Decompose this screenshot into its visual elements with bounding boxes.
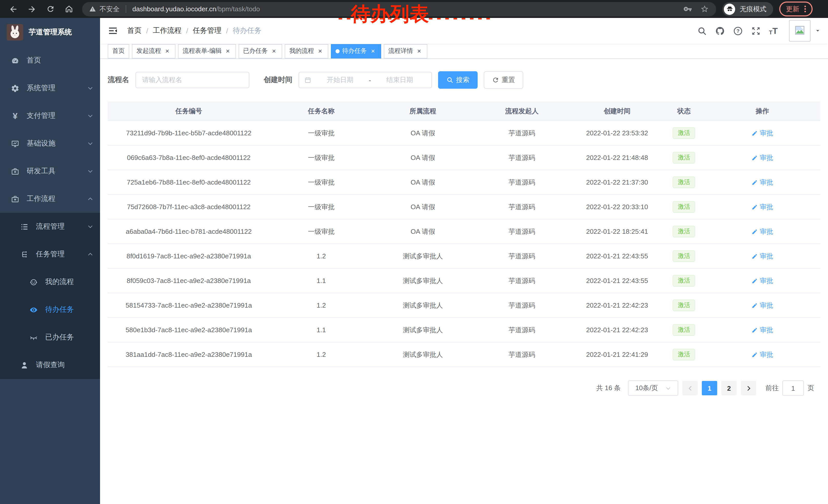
cell-process: OA 请假 xyxy=(373,145,473,170)
cell-created: 2022-01-21 22:43:55 xyxy=(571,268,663,293)
help-icon[interactable]: ? xyxy=(733,26,743,36)
cell-process: OA 请假 xyxy=(373,170,473,194)
table-body: 73211d9d-7b9b-11ec-b5b7-acde48001122 一级审… xyxy=(108,121,820,367)
table-row: a6aba0a4-7b6d-11ec-b781-acde48001122 一级审… xyxy=(108,219,820,244)
broken-image-icon xyxy=(794,25,805,36)
bookmark-star-icon[interactable] xyxy=(700,5,709,13)
chevron-up-icon xyxy=(87,196,93,202)
approve-button[interactable]: 审批 xyxy=(752,350,773,359)
search-icon xyxy=(446,77,454,84)
page-1-button[interactable]: 1 xyxy=(702,381,717,395)
cell-starter: 芋道源码 xyxy=(473,170,571,194)
process-name-input[interactable]: 请输入流程名 xyxy=(135,72,249,88)
goto-page-input[interactable]: 1 xyxy=(782,380,804,396)
page-size-select[interactable]: 10条/页 xyxy=(628,380,678,396)
cell-created: 2022-01-21 22:42:23 xyxy=(571,318,663,342)
pencil-icon xyxy=(752,302,758,308)
search-icon[interactable] xyxy=(697,26,707,36)
approve-button[interactable]: 审批 xyxy=(752,301,773,310)
browser-home-button[interactable] xyxy=(62,2,75,16)
close-icon[interactable]: × xyxy=(224,47,232,55)
sidebar-item-process-mgmt[interactable]: 流程管理 xyxy=(0,213,100,240)
browser-reload-button[interactable] xyxy=(44,2,57,16)
breadcrumb-task-mgmt[interactable]: 任务管理 xyxy=(193,26,222,35)
close-icon[interactable]: × xyxy=(416,47,423,55)
tab-process-detail[interactable]: 流程详情× xyxy=(384,44,427,58)
close-icon[interactable]: × xyxy=(369,47,377,55)
browser-back-button[interactable] xyxy=(7,2,20,16)
approve-button[interactable]: 审批 xyxy=(752,325,773,334)
tab-my-process[interactable]: 我的流程× xyxy=(285,44,328,58)
tab-form-edit[interactable]: 流程表单-编辑× xyxy=(178,44,236,58)
table-row: 8f059c03-7ac8-11ec-a9e2-a2380e71991a 1.1… xyxy=(108,268,820,293)
cell-process: 测试多审批人 xyxy=(373,244,473,268)
tab-home[interactable]: 首页 xyxy=(108,44,129,58)
breadcrumb-workflow[interactable]: 工作流程 xyxy=(153,26,181,35)
approve-button[interactable]: 审批 xyxy=(752,129,773,138)
avatar-caret-icon[interactable] xyxy=(815,28,821,34)
pencil-icon xyxy=(752,278,758,284)
breadcrumb-home[interactable]: 首页 xyxy=(127,26,141,35)
prev-page-button[interactable] xyxy=(682,381,698,395)
approve-button[interactable]: 审批 xyxy=(752,251,773,261)
status-badge: 激活 xyxy=(672,275,695,287)
sidebar-item-system[interactable]: 系统管理 xyxy=(0,74,100,102)
sidebar-item-done-tasks[interactable]: 已办任务 xyxy=(0,324,100,351)
tab-done-tasks[interactable]: 已办任务× xyxy=(239,44,282,58)
annotation-text: 待办列表 xyxy=(351,4,429,24)
close-icon[interactable]: × xyxy=(317,47,324,55)
sidebar-collapse-icon[interactable] xyxy=(108,26,118,36)
pencil-icon xyxy=(752,253,758,259)
sidebar-item-leave-query[interactable]: 请假查询 xyxy=(0,351,100,379)
approve-button[interactable]: 审批 xyxy=(752,276,773,285)
browser-update-button[interactable]: 更新 xyxy=(779,2,813,16)
sidebar-item-devtools[interactable]: 研发工具 xyxy=(0,157,100,185)
approve-button[interactable]: 审批 xyxy=(752,153,773,162)
cell-task-id: a6aba0a4-7b6d-11ec-b781-acde48001122 xyxy=(108,219,270,244)
browser-menu-icon[interactable] xyxy=(804,6,806,12)
url-host: dashboard.yudao.iocoder.cn xyxy=(132,5,216,13)
approve-button[interactable]: 审批 xyxy=(752,202,773,212)
top-navbar: 首页 / 工作流程 / 任务管理 / 待办任务 ? xyxy=(100,18,828,44)
password-key-icon[interactable] xyxy=(683,5,692,13)
approve-button[interactable]: 审批 xyxy=(752,178,773,187)
col-task-id: 任务编号 xyxy=(108,101,270,121)
tab-todo-tasks[interactable]: 待办任务× xyxy=(331,44,381,58)
github-icon[interactable] xyxy=(715,26,725,36)
close-icon[interactable]: × xyxy=(271,47,278,55)
filter-form: 流程名 请输入流程名 创建时间 开始日期 - 结束日期 搜索 xyxy=(108,71,820,89)
sidebar-item-home[interactable]: 首页 xyxy=(0,47,100,74)
list-icon xyxy=(20,222,29,231)
tab-start-process[interactable]: 发起流程× xyxy=(132,44,175,58)
sidebar-item-label: 系统管理 xyxy=(27,84,55,93)
chevron-left-icon xyxy=(687,385,693,392)
sidebar-item-workflow[interactable]: 工作流程 xyxy=(0,185,100,213)
close-icon[interactable]: × xyxy=(164,47,171,55)
reset-button[interactable]: 重置 xyxy=(484,71,523,89)
status-badge: 激活 xyxy=(672,324,695,336)
cell-created: 2022-01-21 22:41:29 xyxy=(571,342,663,367)
sidebar-item-todo-tasks[interactable]: 待办任务 xyxy=(0,296,100,324)
sidebar-item-infra[interactable]: 基础设施 xyxy=(0,130,100,157)
font-size-icon[interactable]: TT xyxy=(769,27,778,35)
next-page-button[interactable] xyxy=(741,381,756,395)
avatar[interactable] xyxy=(789,20,811,42)
status-badge: 激活 xyxy=(672,226,695,237)
status-badge: 激活 xyxy=(672,201,695,213)
logo-rabbit-image xyxy=(7,24,23,41)
not-secure-warning-icon xyxy=(89,6,96,12)
date-range-picker[interactable]: 开始日期 - 结束日期 xyxy=(299,72,432,88)
browser-forward-button[interactable] xyxy=(25,2,38,16)
sidebar-item-payment[interactable]: ¥ 支付管理 xyxy=(0,102,100,130)
chevron-down-icon xyxy=(87,113,93,119)
tree-icon xyxy=(20,250,29,259)
cell-starter: 芋道源码 xyxy=(473,121,571,145)
chevron-down-icon xyxy=(665,385,671,391)
fullscreen-icon[interactable] xyxy=(751,26,761,36)
page-2-button[interactable]: 2 xyxy=(721,381,737,395)
sidebar-item-my-process[interactable]: 我的流程 xyxy=(0,268,100,296)
sidebar-item-task-mgmt[interactable]: 任务管理 xyxy=(0,240,100,268)
search-button[interactable]: 搜索 xyxy=(438,71,478,89)
cell-created: 2022-01-22 21:48:48 xyxy=(571,145,663,170)
approve-button[interactable]: 审批 xyxy=(752,227,773,236)
